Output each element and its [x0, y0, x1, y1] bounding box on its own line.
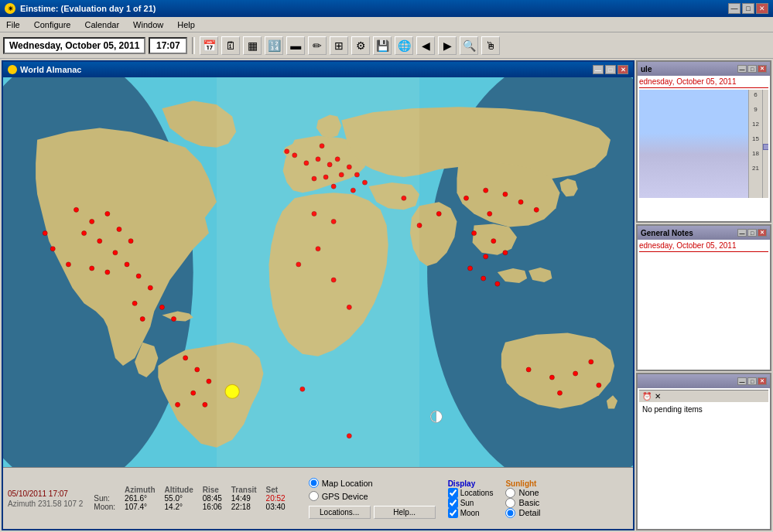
notes-maximize[interactable]: □ [747, 229, 757, 237]
minimize-button[interactable]: — [728, 3, 741, 14]
menu-window[interactable]: Window [130, 19, 166, 30]
help-button[interactable]: Help... [374, 506, 436, 519]
sunlight-detail-label: Detail [518, 508, 540, 517]
svg-point-18 [43, 231, 47, 236]
maximize-button[interactable]: □ [742, 3, 754, 14]
svg-point-63 [468, 266, 473, 271]
moon-checkbox[interactable] [448, 508, 458, 518]
wa-close[interactable]: ✕ [617, 65, 628, 74]
globe-icon-btn[interactable]: 🌐 [395, 36, 413, 55]
svg-point-28 [176, 402, 180, 407]
sun-label: Sun: [89, 494, 120, 503]
azimuth-label: Azimuth 231.58 107 2 [8, 500, 83, 508]
sunlight-basic-radio[interactable] [505, 498, 515, 508]
app-icon: ☀ [5, 3, 15, 14]
svg-point-52 [436, 211, 441, 216]
sun-altitude: 55.0° [160, 494, 198, 503]
moon-label: Moon: [89, 503, 120, 511]
pending-bar: ⏰ ✕ [639, 390, 768, 402]
schedule-time-21: 21 [752, 165, 759, 172]
wa-title-bar: World Almanac — □ ✕ [3, 62, 633, 77]
wa-icon [8, 65, 17, 74]
menu-configure[interactable]: Configure [31, 19, 74, 30]
sunlight-none-radio[interactable] [505, 488, 515, 498]
gps-device-radio[interactable] [309, 491, 319, 501]
sunlight-detail-radio[interactable] [505, 508, 515, 518]
notes-title-bar: General Notes — □ ✕ [638, 226, 770, 240]
pending-title-bar: — □ ✕ [638, 374, 770, 388]
schedule-window: ule — □ ✕ ednesday, October 05, 2011 6 9… [636, 60, 771, 223]
strip-icon-btn[interactable]: ▬ [286, 36, 305, 55]
schedule-minimize[interactable]: — [737, 65, 747, 73]
menu-file[interactable]: File [3, 19, 23, 30]
svg-point-9 [128, 239, 133, 244]
calc-icon-btn[interactable]: 🔢 [265, 36, 283, 55]
pending-minimize[interactable]: — [737, 377, 747, 385]
world-almanac-window: World Almanac — □ ✕ [2, 60, 634, 530]
menu-calendar[interactable]: Calendar [81, 19, 122, 30]
close-button[interactable]: ✕ [756, 3, 768, 14]
gps-device-label: GPS Device [322, 492, 368, 501]
next-icon-btn[interactable]: ▶ [438, 36, 457, 55]
svg-point-62 [484, 254, 488, 259]
svg-point-60 [491, 239, 496, 244]
svg-point-55 [503, 192, 508, 196]
date-display: Wednesday, October 05, 2011 [3, 37, 145, 54]
gear-icon-btn[interactable]: ⚙ [351, 36, 370, 55]
locations-checkbox[interactable] [448, 488, 458, 498]
display-section: Display Locations Sun Moon [448, 479, 494, 518]
svg-point-3 [74, 207, 78, 212]
schedule-maximize[interactable]: □ [747, 65, 757, 73]
sunlight-basic-label: Basic [518, 498, 539, 507]
schedule-time-9: 9 [754, 106, 757, 113]
notes-minimize[interactable]: — [737, 229, 747, 237]
pending-close[interactable]: ✕ [758, 377, 767, 385]
schedule-time-6: 6 [754, 91, 757, 98]
schedule-time-15: 15 [752, 135, 759, 142]
map-location-radio[interactable] [309, 478, 319, 488]
sun-checkbox-label: Sun [460, 499, 474, 507]
wa-maximize[interactable]: □ [605, 65, 616, 74]
svg-point-64 [481, 276, 486, 281]
svg-point-59 [472, 231, 477, 236]
wa-title: World Almanac [20, 65, 81, 74]
map-container[interactable]: ◑ [3, 77, 633, 467]
svg-point-24 [195, 367, 200, 372]
svg-point-70 [597, 383, 601, 387]
cursor-icon-btn[interactable]: 🖱 [481, 36, 500, 55]
sun-transit: 14:49 [227, 494, 262, 503]
svg-point-19 [50, 247, 55, 251]
locations-button[interactable]: Locations... [309, 506, 371, 519]
close-pending-icon[interactable]: ✕ [655, 392, 661, 401]
map-location-label: Map Location [322, 479, 373, 488]
moon-altitude: 14.2° [160, 503, 198, 511]
world-map: ◑ [3, 77, 633, 467]
save-icon-btn[interactable]: 💾 [373, 36, 392, 55]
wa-minimize[interactable]: — [593, 65, 604, 74]
svg-point-6 [82, 231, 87, 236]
set-header: Set [262, 486, 290, 494]
svg-point-66 [526, 367, 531, 372]
svg-point-23 [183, 356, 188, 360]
menu-help[interactable]: Help [174, 19, 198, 30]
svg-point-10 [113, 251, 118, 255]
sun-checkbox[interactable] [448, 498, 458, 508]
menu-bar: File Configure Calendar Window Help [0, 17, 773, 32]
pending-maximize[interactable]: □ [747, 377, 757, 385]
edit-icon-btn[interactable]: ✏ [308, 36, 327, 55]
grid-icon-btn[interactable]: ▦ [243, 36, 262, 55]
schedule-title: ule [641, 65, 652, 73]
sunlight-none-label: None [518, 488, 539, 497]
svg-point-67 [549, 375, 554, 380]
schedule-time-18: 18 [752, 150, 759, 157]
rise-header: Rise [198, 486, 227, 494]
notes-close[interactable]: ✕ [758, 229, 767, 237]
svg-point-26 [191, 390, 196, 395]
zoom-icon-btn[interactable]: 🔍 [460, 36, 478, 55]
prev-icon-btn[interactable]: ◀ [416, 36, 435, 55]
calendar2-icon-btn[interactable]: 🗓 [221, 36, 240, 55]
table-icon-btn[interactable]: ⊞ [330, 36, 348, 55]
sun-moon-table: Azimuth Altitude Rise Transit Set Sun: 2… [89, 486, 289, 511]
calendar-icon-btn[interactable]: 📅 [200, 36, 218, 55]
schedule-close[interactable]: ✕ [758, 65, 767, 73]
